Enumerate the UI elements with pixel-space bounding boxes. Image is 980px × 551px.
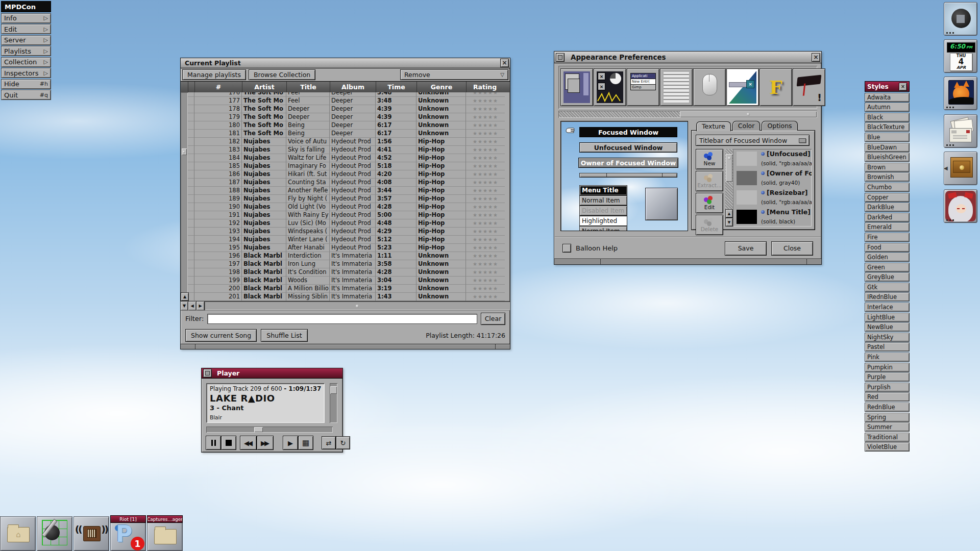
scroll-down-icon[interactable]: ▼ [725, 218, 733, 227]
texture-item[interactable]: [Menu Title] (solid, black) [733, 207, 812, 227]
vertical-scrollbar[interactable]: ▲ [181, 92, 188, 302]
shuffle-button[interactable]: ⇄ [322, 436, 336, 449]
mouse-icon[interactable] [693, 68, 726, 106]
texture-action-button[interactable]: New [696, 149, 723, 169]
dock-tile-clock[interactable]: 6:50 PM THU 4 APR [944, 39, 977, 73]
table-row[interactable]: 200 Black Marbl A Million Billio It's Im… [188, 285, 510, 293]
style-menu-item[interactable]: Autumn [865, 103, 910, 112]
play-button[interactable]: ▶ [283, 436, 298, 450]
table-row[interactable]: 196 Black Marbl Interdiction It's Immate… [188, 252, 510, 260]
style-menu-item[interactable]: Pumpkin [865, 363, 910, 372]
dock-tile-drawer[interactable]: ◀ [944, 152, 977, 185]
table-row[interactable]: 185 Nujabes Imaginary Fo Hydeout Prod 5:… [188, 162, 510, 170]
capplet-scrollbar[interactable] [558, 111, 817, 118]
scroll-right-icon[interactable]: ▶ [197, 302, 205, 310]
table-row[interactable]: 183 Nujabes Sky is falling Hydeout Prod … [188, 146, 510, 154]
style-menu-item[interactable]: Interlace [865, 303, 910, 312]
style-menu-item[interactable]: NightSky [865, 333, 910, 342]
column-header-rating[interactable]: Rating [467, 82, 503, 92]
preview-button-sample[interactable] [645, 188, 678, 220]
scrollbar-knob[interactable] [726, 154, 732, 182]
window-decor-icon-selected[interactable]: × [726, 68, 759, 106]
table-row[interactable]: 178 The Soft Mo Deeper Deeper 4:39 Unkno… [188, 105, 510, 113]
menu-item[interactable]: Server ▷ [1, 35, 51, 45]
style-menu-item[interactable]: Golden [865, 253, 910, 262]
dock-tile-gnustep[interactable] [944, 2, 977, 36]
style-menu-item[interactable]: Brown [865, 163, 910, 172]
seek-slider[interactable] [206, 427, 333, 433]
preview-focused-titlebar[interactable]: Focused Window [579, 127, 677, 137]
pause-button[interactable] [206, 436, 221, 450]
menu-preferences-icon[interactable]: Applicati New Entr( Gimp [627, 68, 659, 106]
preview-menu-item[interactable]: Normal Item [579, 226, 627, 231]
texture-action-button[interactable]: Edit [696, 193, 723, 213]
fonts-icon[interactable]: F [760, 68, 792, 106]
resize-bar[interactable] [554, 259, 821, 264]
menu-item[interactable]: Info ▷ [1, 13, 51, 23]
texture-action-button[interactable]: Delete [696, 215, 723, 235]
menu-item[interactable]: Hide #h [1, 79, 51, 89]
style-menu-item[interactable]: Purple [865, 372, 910, 382]
styles-menu-titlebar[interactable]: Styles × [865, 81, 910, 92]
shuffle-list-button[interactable]: Shuffle List [261, 329, 307, 342]
texture-list-scrollbar[interactable]: ▲ ▼ [725, 149, 733, 227]
style-menu-item[interactable]: Gtk [865, 283, 910, 292]
dock-collapse-icon[interactable]: ◀ [944, 165, 948, 171]
style-menu-item[interactable]: Chumbo [865, 183, 910, 192]
table-row[interactable]: 190 Nujabes Old Light (Vo Hydeout Prod 4… [188, 203, 510, 211]
texture-item[interactable]: [Owner of Fo (solid, gray40) [733, 168, 812, 188]
close-icon[interactable]: × [899, 83, 907, 91]
show-current-song-button[interactable]: Show current Song [185, 329, 257, 342]
save-button[interactable]: Save [725, 241, 767, 256]
table-row[interactable]: 193 Nujabes Windspeaks ( Hydeout Prod 4:… [188, 228, 510, 236]
rewind-button[interactable]: ◀◀ [240, 436, 257, 450]
table-row[interactable]: 181 The Soft Mo Being Deeper 6:17 Unknow… [188, 130, 510, 138]
style-menu-item[interactable]: Brownish [865, 172, 910, 182]
resize-bar[interactable] [181, 344, 510, 349]
scroll-up-icon[interactable]: ▲ [725, 209, 733, 218]
dock-tile-avatar[interactable] [944, 189, 977, 223]
table-row[interactable]: 186 Nujabes Hikari (ft. Sut Hydeout Prod… [188, 170, 510, 179]
miniwindow-captures[interactable]: Captures…ager [147, 515, 183, 551]
mpdcon-menu-title[interactable]: MPDCon [1, 1, 51, 12]
style-menu-item[interactable]: Food [865, 243, 910, 252]
menu-item[interactable]: Edit ▷ [1, 24, 51, 34]
column-header-number[interactable]: # [195, 82, 242, 92]
manage-playlists-button[interactable]: Manage playlists [182, 69, 246, 80]
style-menu-item[interactable]: LightBlue [865, 313, 910, 322]
table-row[interactable]: 182 Nujabes Voice of Autu Hydeout Prod 1… [188, 138, 510, 146]
style-menu-item[interactable]: BlueishGreen [865, 153, 910, 162]
style-menu-item[interactable]: VioletBlue [865, 442, 910, 452]
tab[interactable]: Color [732, 121, 761, 131]
dock-tile-mail[interactable] [944, 114, 977, 148]
column-header-album[interactable]: Album [330, 82, 376, 92]
column-header-time[interactable]: Time [376, 82, 417, 92]
preview-resizebar[interactable] [579, 173, 677, 178]
table-row[interactable]: 194 Nujabes Winter Lane ( Hydeout Prod 5… [188, 236, 510, 244]
style-menu-item[interactable]: Fire [865, 233, 910, 242]
menu-item[interactable]: Collection ▷ [1, 57, 51, 67]
style-menu-item[interactable]: GreyBlue [865, 272, 910, 282]
focus-behavior-icon[interactable]: ×× [594, 68, 626, 106]
table-row[interactable]: 192 Nujabes Luv (Sic) (Mo Hydeout Prod 4… [188, 219, 510, 228]
close-icon[interactable]: × [812, 53, 820, 62]
fast-forward-button[interactable]: ▶▶ [257, 436, 274, 450]
windows-style-icon[interactable] [560, 68, 593, 106]
scrollbar-knob[interactable] [182, 148, 187, 155]
menu-item[interactable]: Quit #q [1, 90, 51, 100]
table-row[interactable]: 198 Black Marbl It's Condition It's Imma… [188, 268, 510, 277]
column-header-genre[interactable]: Genre [417, 82, 467, 92]
style-menu-item[interactable]: Pastel [865, 342, 910, 352]
clear-button[interactable]: Clear [481, 313, 505, 325]
table-row[interactable]: 188 Nujabes Another Refle Hydeout Prod 3… [188, 187, 510, 195]
horizontal-scrollbar-track[interactable] [205, 302, 510, 310]
dock-tile-gnustep-tools[interactable] [37, 516, 72, 551]
remove-popup-button[interactable]: Remove ▽ [400, 69, 508, 80]
preview-unfocused-titlebar[interactable]: Unfocused Window [579, 142, 677, 153]
style-menu-item[interactable]: Traditional [865, 433, 910, 442]
close-button[interactable]: Close [771, 241, 813, 256]
tab[interactable]: Texture [696, 121, 731, 131]
volume-slider[interactable] [330, 383, 337, 423]
preview-owner-titlebar[interactable]: Owner of Focused Window [578, 158, 678, 168]
style-menu-item[interactable]: Purplish [865, 383, 910, 392]
